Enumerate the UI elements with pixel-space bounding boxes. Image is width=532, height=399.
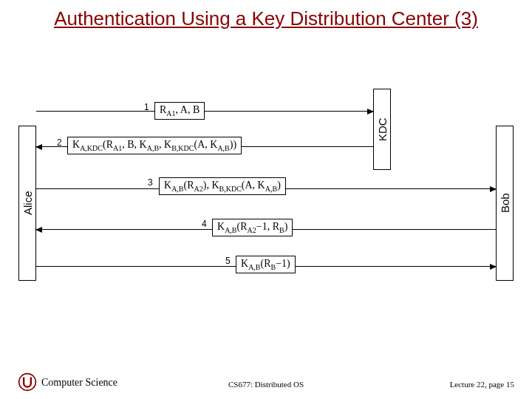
msg3-text: KA,B(RA2), KB,KDC(A, KA,B) xyxy=(164,180,281,193)
party-alice: Alice xyxy=(18,126,36,281)
msg5-box: KA,B(RB−1) xyxy=(236,256,296,273)
msg2-box: KA,KDC(RA1, B, KA,B, KB,KDC(A, KA,B)) xyxy=(67,137,242,154)
msg2-text: KA,KDC(RA1, B, KA,B, KB,KDC(A, KA,B)) xyxy=(72,139,236,152)
msg3-num: 3 xyxy=(148,177,153,188)
msg3-box: KA,B(RA2), KB,KDC(A, KA,B) xyxy=(159,177,286,195)
msg1-num: 1 xyxy=(144,102,149,112)
msg2-num: 2 xyxy=(57,137,62,148)
msg1-box: RA1, A, B xyxy=(154,102,205,120)
footer: Computer Science CS677: Distributed OS L… xyxy=(0,369,532,392)
msg5-num: 5 xyxy=(225,256,231,266)
msg4-num: 4 xyxy=(202,219,207,229)
footer-page: Lecture 22, page 15 xyxy=(450,380,514,389)
party-kdc: KDC xyxy=(373,89,391,170)
party-bob: Bob xyxy=(496,126,514,281)
msg4-text: KA,B(RA2−1, RB) xyxy=(217,221,287,234)
msg1-text: RA1, A, B xyxy=(160,104,200,117)
protocol-diagram: Alice KDC Bob 1 RA1, A, B 2 KA,KDC(RA1, … xyxy=(18,89,514,296)
msg4-box: KA,B(RA2−1, RB) xyxy=(212,219,293,236)
page-title: Authentication Using a Key Distribution … xyxy=(0,7,532,30)
msg5-text: KA,B(RB−1) xyxy=(241,258,290,271)
